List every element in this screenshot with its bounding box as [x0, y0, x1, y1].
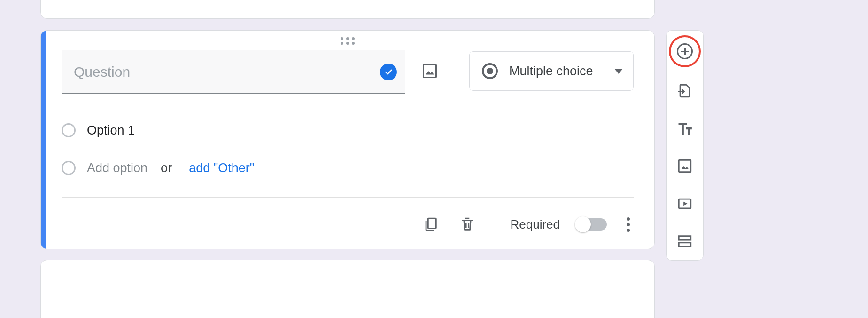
add-question-button[interactable] [671, 37, 699, 65]
more-options-button[interactable] [623, 214, 634, 236]
option-label[interactable]: Option 1 [87, 123, 135, 138]
svg-rect-0 [424, 65, 436, 78]
radio-unchecked-icon [62, 161, 76, 175]
add-title-button[interactable] [673, 116, 697, 141]
svg-rect-2 [679, 160, 691, 172]
add-option-button[interactable]: Add option [87, 161, 147, 175]
svg-rect-4 [679, 236, 691, 240]
radio-checked-icon [482, 63, 498, 79]
previous-card [40, 0, 655, 19]
radio-unchecked-icon [62, 123, 76, 137]
option-row[interactable]: Option 1 [62, 111, 634, 149]
question-type-select[interactable]: Multiple choice [469, 51, 634, 91]
add-section-button[interactable] [673, 229, 697, 254]
add-video-button[interactable] [673, 191, 697, 216]
add-option-row: Add option or add "Other" [62, 149, 634, 187]
add-image-button[interactable] [418, 60, 441, 82]
svg-rect-5 [679, 243, 691, 247]
divider [62, 197, 634, 198]
chevron-down-icon [614, 69, 623, 74]
import-questions-button[interactable] [673, 79, 697, 103]
or-text: or [161, 161, 172, 175]
duplicate-button[interactable] [420, 214, 441, 235]
required-label: Required [510, 217, 560, 232]
delete-button[interactable] [457, 214, 478, 235]
question-input-wrap [62, 50, 405, 94]
check-circle-icon [380, 64, 397, 80]
plus-circle-icon [677, 43, 693, 59]
required-toggle[interactable] [576, 218, 607, 231]
vertical-separator [494, 214, 494, 235]
question-card: Multiple choice Option 1 Add option or a… [40, 30, 655, 249]
question-input[interactable] [73, 64, 372, 80]
side-toolbar [666, 30, 704, 261]
toggle-knob [575, 216, 591, 232]
drag-handle-icon[interactable] [341, 37, 355, 45]
next-card [40, 260, 655, 318]
card-accent [41, 31, 46, 249]
add-image-tool-button[interactable] [673, 154, 697, 178]
svg-rect-1 [428, 218, 436, 228]
question-type-label: Multiple choice [509, 64, 603, 79]
add-other-link[interactable]: add "Other" [189, 161, 254, 175]
